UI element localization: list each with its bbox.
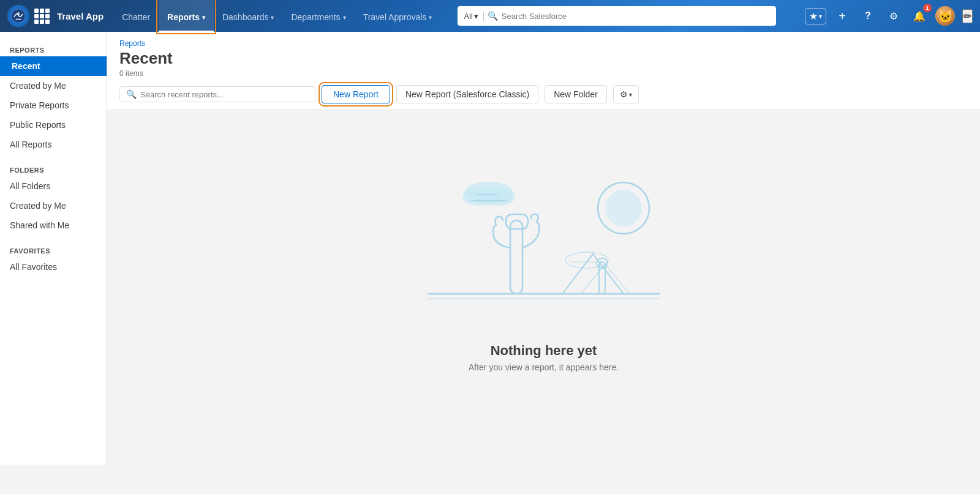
sidebar-item-all-favorites[interactable]: All Favorites (0, 257, 107, 277)
app-logo[interactable] (7, 5, 29, 27)
new-report-button[interactable]: New Report (322, 85, 390, 103)
departments-chevron-icon: ▾ (343, 14, 346, 21)
page-title: Recent (119, 49, 968, 68)
main-header: Reports Recent 0 items 🔍 New Report New … (107, 32, 980, 110)
favorites-button[interactable]: ★ ▾ (805, 8, 826, 24)
nav-dashboards[interactable]: Dashboards ▾ (214, 0, 283, 32)
dashboards-chevron-icon: ▾ (271, 14, 274, 21)
new-folder-button[interactable]: New Folder (545, 85, 607, 103)
svg-rect-11 (510, 220, 522, 294)
settings-chevron-icon: ▾ (629, 91, 632, 98)
sidebar-divider-1 (0, 154, 107, 162)
empty-state: Nothing here yet After you view a report… (107, 110, 980, 421)
favorites-section-label: FAVORITES (0, 242, 107, 257)
search-reports-icon: 🔍 (126, 89, 137, 99)
scope-chevron-icon: ▾ (474, 12, 478, 21)
sidebar-divider-2 (0, 235, 107, 242)
global-search-bar: All ▾ 🔍 (458, 6, 776, 26)
search-reports-bar: 🔍 (119, 86, 315, 102)
settings-button[interactable]: ⚙ (884, 6, 903, 26)
svg-point-8 (481, 189, 515, 206)
svg-rect-12 (506, 214, 528, 229)
empty-state-title: Nothing here yet (491, 343, 597, 359)
breadcrumb[interactable]: Reports (119, 39, 968, 48)
svg-point-5 (605, 190, 642, 226)
user-avatar[interactable]: 🐱 (935, 6, 955, 26)
nav-departments[interactable]: Departments ▾ (282, 0, 354, 32)
notification-count: 1 (923, 4, 932, 12)
svg-point-15 (565, 252, 608, 268)
edit-nav-button[interactable]: ✏ (962, 9, 973, 23)
settings-dropdown-button[interactable]: ⚙ ▾ (613, 85, 639, 103)
empty-state-illustration (391, 159, 697, 331)
sidebar-item-created-by-me[interactable]: Created by Me (0, 76, 107, 95)
content-area: REPORTS Recent Created by Me Private Rep… (0, 32, 980, 465)
nav-chatter[interactable]: Chatter (113, 0, 159, 32)
sidebar-item-folders-created-by-me[interactable]: Created by Me (0, 196, 107, 215)
gear-icon: ⚙ (620, 89, 628, 99)
nav-reports[interactable]: Reports ▾ (159, 0, 214, 32)
search-icon: 🔍 (488, 11, 498, 21)
avatar-image: 🐱 (935, 6, 955, 26)
sidebar-item-public-reports[interactable]: Public Reports (0, 115, 107, 135)
nav-travel-approvals[interactable]: Travel Approvals ▾ (355, 0, 441, 32)
sidebar-item-private-reports[interactable]: Private Reports (0, 95, 107, 115)
empty-state-subtitle: After you view a report, it appears here… (469, 362, 619, 372)
sidebar-item-recent[interactable]: Recent (0, 56, 107, 76)
star-chevron-icon: ▾ (819, 13, 822, 20)
folders-section-label: FOLDERS (0, 162, 107, 176)
reports-section-label: REPORTS (0, 42, 107, 56)
sidebar-item-all-folders[interactable]: All Folders (0, 176, 107, 196)
top-nav-actions: ★ ▾ + ? ⚙ 🔔 1 🐱 (805, 6, 955, 26)
app-name: Travel App (57, 11, 104, 21)
items-count: 0 items (119, 69, 968, 78)
star-icon: ★ (809, 10, 818, 22)
add-button[interactable]: + (832, 6, 852, 26)
global-search-input[interactable] (502, 12, 771, 21)
help-button[interactable]: ? (858, 6, 878, 26)
sidebar: REPORTS Recent Created by Me Private Rep… (0, 32, 107, 465)
search-scope-selector[interactable]: All ▾ (464, 12, 483, 21)
search-reports-input[interactable] (140, 90, 309, 99)
notifications-button[interactable]: 🔔 1 (910, 6, 929, 26)
app-grid-icon[interactable] (34, 9, 50, 24)
top-navigation: Travel App Chatter Reports ▾ Dashboards … (0, 0, 980, 32)
reports-chevron-icon: ▾ (202, 14, 205, 21)
sidebar-item-shared-with-me[interactable]: Shared with Me (0, 215, 107, 235)
svg-point-1 (17, 12, 20, 15)
main-toolbar: 🔍 New Report New Report (Salesforce Clas… (119, 85, 968, 103)
new-report-classic-button[interactable]: New Report (Salesforce Classic) (396, 85, 538, 103)
travel-approvals-chevron-icon: ▾ (429, 14, 432, 21)
main-content: Reports Recent 0 items 🔍 New Report New … (107, 32, 980, 465)
sidebar-item-all-reports[interactable]: All Reports (0, 135, 107, 154)
